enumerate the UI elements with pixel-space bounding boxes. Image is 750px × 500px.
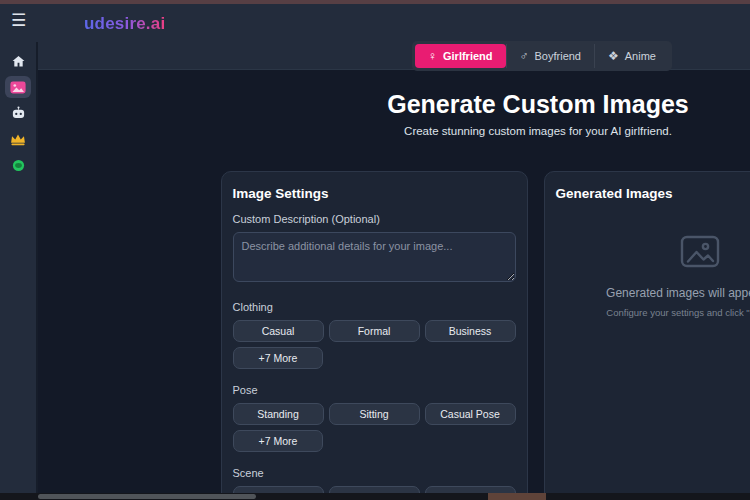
scroll-track-artifact (488, 493, 546, 500)
horizontal-scrollbar-track[interactable] (0, 493, 750, 500)
option-button-business[interactable]: Business (425, 320, 516, 342)
empty-state-subtitle: Configure your settings and click "Gener… (556, 307, 750, 318)
home-icon (11, 54, 26, 69)
pose-more-button[interactable]: +7 More (233, 430, 324, 452)
robot-icon (11, 106, 26, 121)
mode-tabbar: ♀ Girlfriend ♂ Boyfriend ❖ Anime (412, 41, 672, 71)
female-icon: ♀ (428, 50, 437, 62)
empty-state-title: Generated images will appear here (556, 286, 750, 300)
tab-label: Anime (625, 50, 656, 62)
sidebar-item-images[interactable] (5, 76, 31, 98)
image-settings-panel: Image Settings Custom Description (Optio… (221, 171, 528, 500)
description-label: Custom Description (Optional) (233, 213, 516, 225)
tab-label: Boyfriend (535, 50, 581, 62)
clothing-options: Casual Formal Business (233, 320, 516, 342)
tab-boyfriend[interactable]: ♂ Boyfriend (506, 44, 594, 68)
pose-options: Standing Sitting Casual Pose (233, 403, 516, 425)
settings-panel-title: Image Settings (233, 186, 516, 201)
content-columns: Image Settings Custom Description (Optio… (221, 171, 750, 500)
tab-anime[interactable]: ❖ Anime (594, 44, 669, 68)
crown-icon (10, 133, 26, 146)
sidebar (0, 42, 38, 493)
credits-icon (12, 159, 25, 172)
clothing-more-button[interactable]: +7 More (233, 347, 324, 369)
scene-label: Scene (233, 467, 516, 479)
empty-state: Generated images will appear here Config… (556, 235, 750, 318)
image-placeholder-icon (680, 235, 720, 268)
tab-girlfriend[interactable]: ♀ Girlfriend (415, 44, 506, 68)
tab-label: Girlfriend (443, 50, 493, 62)
custom-description-input[interactable] (233, 232, 516, 282)
pose-label: Pose (233, 384, 516, 396)
clothing-label: Clothing (233, 301, 516, 313)
image-icon (10, 81, 26, 94)
app-header: ☰ udesire.ai ♀ Girlfriend ♂ Boyfriend ❖ … (0, 4, 750, 70)
sidebar-item-home[interactable] (5, 50, 31, 72)
male-icon: ♂ (520, 50, 529, 62)
sparkles-icon: ❖ (608, 50, 619, 62)
results-panel-title: Generated Images (556, 186, 750, 201)
horizontal-scrollbar-thumb[interactable] (38, 494, 256, 499)
app-logo[interactable]: udesire.ai (84, 14, 165, 34)
option-button-casual-pose[interactable]: Casual Pose (425, 403, 516, 425)
sidebar-item-credits[interactable] (5, 154, 31, 176)
option-button-standing[interactable]: Standing (233, 403, 324, 425)
page-title: Generate Custom Images (38, 90, 750, 119)
sidebar-item-companion[interactable] (5, 102, 31, 124)
sidebar-item-premium[interactable] (5, 128, 31, 150)
option-button-formal[interactable]: Formal (329, 320, 420, 342)
hamburger-menu-icon[interactable]: ☰ (11, 12, 26, 29)
generated-images-panel: Generated Images Generated images will a… (544, 171, 750, 500)
main-content: Generate Custom Images Create stunning c… (38, 70, 750, 500)
option-button-sitting[interactable]: Sitting (329, 403, 420, 425)
option-button-casual[interactable]: Casual (233, 320, 324, 342)
page-subtitle: Create stunning custom images for your A… (38, 125, 750, 137)
